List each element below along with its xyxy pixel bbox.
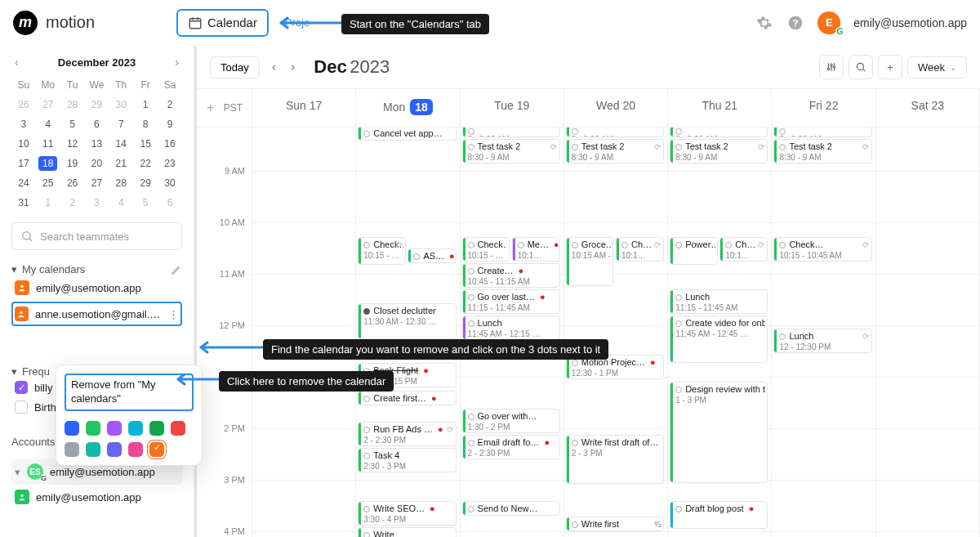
- user-avatar[interactable]: EG: [817, 11, 840, 34]
- pencil-icon[interactable]: [171, 264, 182, 275]
- view-selector[interactable]: Week⌄: [907, 56, 967, 78]
- mini-cal-day[interactable]: 31: [11, 193, 36, 213]
- mini-cal-day[interactable]: 17: [11, 154, 36, 173]
- add-button[interactable]: +: [878, 55, 902, 79]
- checkbox[interactable]: [15, 401, 28, 414]
- mini-cal-day[interactable]: 29: [85, 95, 109, 114]
- mini-cal-day[interactable]: 2: [158, 95, 182, 114]
- day-header-wed[interactable]: Wed 20: [564, 89, 667, 122]
- calendar-event[interactable]: Design review with team1 - 3 PM: [670, 382, 768, 483]
- mini-cal-day[interactable]: 13: [85, 134, 109, 154]
- mini-cal-day[interactable]: 5: [60, 114, 85, 134]
- my-calendars-header[interactable]: ▾ My calendars: [11, 263, 182, 275]
- calendar-event[interactable]: Test task 28:30 - 9 AM⟳: [773, 139, 871, 163]
- day-header-thu[interactable]: Thu 21: [668, 89, 771, 122]
- calendar-event[interactable]: Me…●10:1…: [512, 237, 560, 262]
- color-swatch[interactable]: [65, 442, 79, 457]
- next-week-button[interactable]: ›: [288, 60, 297, 74]
- mini-cal-day[interactable]: 4: [109, 193, 133, 213]
- mini-cal-day[interactable]: 15: [133, 134, 158, 154]
- calendar-item[interactable]: anne.usemotion@gmail.com⋮: [11, 302, 182, 326]
- prev-week-button[interactable]: ‹: [270, 60, 278, 74]
- mini-cal-day[interactable]: 29: [133, 173, 158, 193]
- mini-cal-day[interactable]: 7: [109, 114, 133, 134]
- color-swatch[interactable]: [107, 442, 122, 457]
- calendar-event[interactable]: Lunch11:15 - 11:45 AM: [670, 289, 768, 314]
- color-swatch[interactable]: [65, 421, 79, 436]
- mini-cal-day[interactable]: 14: [109, 134, 133, 154]
- mini-cal-day[interactable]: 21: [109, 154, 133, 173]
- calendar-event[interactable]: Groce… shoppi…10:15 AM - 12:15 P…: [566, 237, 614, 286]
- mini-cal-day[interactable]: 28: [60, 95, 85, 114]
- calendar-event[interactable]: Check…10:15 - …: [462, 237, 510, 262]
- mini-cal-next[interactable]: ›: [172, 54, 182, 70]
- mini-cal-day[interactable]: 16: [158, 134, 182, 154]
- mini-cal-day[interactable]: 3: [85, 193, 109, 213]
- color-swatch[interactable]: [128, 442, 143, 457]
- mini-cal-day[interactable]: 24: [11, 173, 36, 193]
- color-swatch[interactable]: [86, 421, 100, 436]
- color-swatch[interactable]: ✓: [149, 442, 164, 457]
- calendar-event[interactable]: Run FB Ads …●2 - 2:30 PM⟳: [358, 422, 456, 446]
- add-event-button[interactable]: +: [207, 101, 214, 115]
- calendar-event[interactable]: Cancel vet app…: [358, 128, 456, 141]
- calendar-event[interactable]: Go over with…1:30 - 2 PM: [462, 409, 560, 433]
- day-header-sat[interactable]: Sat 23: [876, 89, 979, 122]
- search-button[interactable]: [849, 55, 873, 79]
- calendar-event[interactable]: Check…10:15 - …⟳: [358, 237, 406, 265]
- color-swatch[interactable]: [107, 421, 122, 436]
- settings-icon[interactable]: [755, 14, 773, 32]
- more-icon[interactable]: ⋮: [168, 308, 179, 320]
- search-teammates-input[interactable]: Search teammates: [11, 222, 182, 250]
- calendar-event[interactable]: Lunch12 - 12:30 PM⟳: [773, 329, 871, 353]
- calendar-event[interactable]: Create video for onboarding11:45 AM - 12…: [670, 315, 768, 363]
- mini-cal-day[interactable]: 11: [36, 134, 60, 154]
- calendar-event[interactable]: Power… t Pres…●: [670, 237, 718, 265]
- today-button[interactable]: Today: [210, 56, 260, 78]
- color-swatch[interactable]: [149, 421, 164, 436]
- filter-button[interactable]: [819, 55, 844, 79]
- calendar-item[interactable]: emily@usemotion.app: [11, 275, 182, 300]
- account-item[interactable]: emily@usemotion.app: [11, 485, 182, 509]
- mini-cal-day[interactable]: 30: [109, 95, 133, 114]
- mini-cal-day[interactable]: 2: [60, 193, 85, 213]
- mini-cal-day[interactable]: 1: [133, 95, 158, 114]
- day-header-sun[interactable]: Sun 17: [252, 89, 355, 122]
- mini-cal-day[interactable]: 18: [36, 154, 60, 173]
- calendar-event[interactable]: Write first draft of…½2 - 3 PM: [566, 435, 664, 484]
- mini-cal-day[interactable]: 20: [85, 154, 109, 173]
- calendar-event[interactable]: Lunch11:45 AM - 12:15 …: [462, 315, 560, 340]
- calendar-grid-body[interactable]: 9 AM10 AM11 AM12 PM1 PM2 PM3 PM4 PM Canc…: [197, 128, 980, 537]
- calendar-event[interactable]: Test task 28:30 - 9 AM⟳: [566, 139, 664, 163]
- mini-cal-day[interactable]: 12: [60, 134, 85, 154]
- mini-cal-day[interactable]: 10: [11, 134, 36, 154]
- day-header-mon[interactable]: Mon18: [356, 89, 459, 125]
- calendar-event[interactable]: Ch…10:1…⟳: [719, 237, 768, 262]
- mini-cal-day[interactable]: 6: [158, 193, 182, 213]
- tab-calendar[interactable]: Calendar: [176, 9, 269, 37]
- calendar-event[interactable]: Send to New…: [462, 501, 560, 516]
- calendar-event[interactable]: 8 - 8:30 AM: [462, 128, 560, 137]
- mini-cal-day[interactable]: 26: [11, 95, 36, 114]
- calendar-event[interactable]: Draft blog post●: [670, 501, 768, 529]
- calendar-event[interactable]: 8 - 8:30 AM: [566, 128, 664, 137]
- mini-calendar[interactable]: SuMoTuWeThFrSa 2627282930123456789101112…: [11, 75, 182, 213]
- mini-cal-day[interactable]: 30: [158, 173, 182, 193]
- calendar-event[interactable]: 8 - 8:30 AM: [773, 128, 871, 137]
- mini-cal-day[interactable]: 19: [60, 154, 85, 173]
- day-header-fri[interactable]: Fri 22: [772, 89, 875, 122]
- calendar-event[interactable]: Closet declutter11:30 AM - 12:30 …: [358, 303, 456, 339]
- color-swatch[interactable]: [86, 442, 100, 457]
- help-icon[interactable]: ?: [786, 14, 804, 32]
- calendar-event[interactable]: Ch…10:1…⟳: [616, 237, 664, 262]
- calendar-event[interactable]: Go over last…●11:15 - 11:45 AM: [462, 289, 560, 314]
- mini-cal-day[interactable]: 8: [133, 114, 158, 134]
- mini-cal-day[interactable]: 4: [36, 114, 60, 134]
- calendar-event[interactable]: Write first²⁄₂: [566, 517, 664, 531]
- calendar-event[interactable]: Test task 28:30 - 9 AM⟳: [462, 139, 560, 163]
- mini-cal-day[interactable]: 23: [158, 154, 182, 173]
- calendar-event[interactable]: Create first…●: [358, 391, 456, 405]
- calendar-event[interactable]: Check…10:15 - 10:45 AM⟳: [773, 237, 871, 262]
- mini-cal-day[interactable]: 25: [36, 173, 60, 193]
- mini-cal-day[interactable]: 28: [109, 173, 133, 193]
